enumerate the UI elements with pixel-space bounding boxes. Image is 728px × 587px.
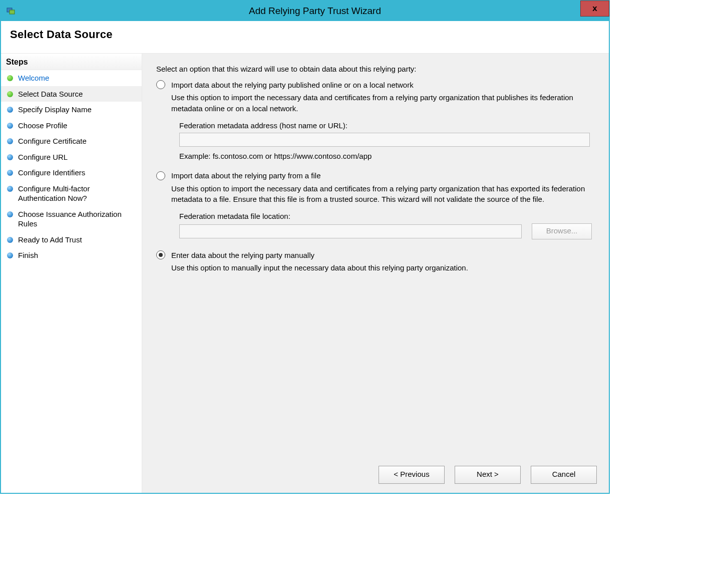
federation-address-example: Example: fs.contoso.com or https://www.c…: [179, 152, 595, 160]
step-choose-issuance-rules: Choose Issuance Authorization Rules: [1, 206, 142, 232]
wizard-window: Add Relying Party Trust Wizard x Select …: [0, 0, 610, 494]
step-specify-display-name: Specify Display Name: [1, 102, 142, 118]
step-configure-mfa: Configure Multi-factor Authentication No…: [1, 181, 142, 206]
steps-sidebar: Steps Welcome Select Data Source Specify…: [1, 54, 142, 493]
option-import-file: Import data about the relying party from…: [156, 171, 595, 240]
step-label: Configure URL: [18, 152, 68, 162]
page-header: Select Data Source: [1, 21, 609, 53]
step-label: Specify Display Name: [18, 105, 92, 115]
step-label: Finish: [18, 250, 38, 260]
radio-import-online[interactable]: [156, 80, 165, 89]
radio-import-file[interactable]: [156, 171, 165, 180]
radio-manual[interactable]: [156, 250, 165, 259]
main-pane: Select an option that this wizard will u…: [142, 54, 609, 493]
federation-file-label: Federation metadata file location:: [179, 212, 595, 220]
step-finish: Finish: [1, 247, 142, 263]
step-label: Configure Certificate: [18, 136, 87, 146]
option-title: Import data about the relying party from…: [171, 171, 320, 180]
option-desc: Use this option to import the necessary …: [171, 92, 595, 114]
step-configure-certificate: Configure Certificate: [1, 133, 142, 149]
step-bullet-icon: [7, 107, 13, 113]
window-title: Add Relying Party Trust Wizard: [21, 6, 609, 17]
step-choose-profile: Choose Profile: [1, 118, 142, 134]
step-bullet-icon: [7, 211, 13, 217]
step-bullet-icon: [7, 138, 13, 144]
option-desc: Use this option to manually input the ne…: [171, 262, 595, 273]
step-bullet-icon: [7, 237, 13, 243]
step-bullet-icon: [7, 91, 13, 97]
step-configure-url: Configure URL: [1, 149, 142, 165]
close-button[interactable]: x: [580, 1, 609, 17]
app-icon: [1, 6, 21, 16]
cancel-button[interactable]: Cancel: [531, 466, 597, 484]
step-bullet-icon: [7, 154, 13, 160]
step-select-data-source[interactable]: Select Data Source: [1, 86, 142, 102]
main-content: Select an option that this wizard will u…: [142, 54, 609, 459]
main-prompt: Select an option that this wizard will u…: [156, 65, 595, 73]
step-ready-to-add-trust: Ready to Add Trust: [1, 232, 142, 248]
footer-bar: < Previous Next > Cancel: [142, 459, 609, 493]
option-manual: Enter data about the relying party manua…: [156, 250, 595, 273]
option-title: Enter data about the relying party manua…: [171, 251, 314, 259]
federation-file-input[interactable]: [179, 224, 522, 238]
previous-button[interactable]: < Previous: [379, 466, 445, 484]
next-button[interactable]: Next >: [455, 466, 521, 484]
step-label: Select Data Source: [18, 89, 83, 99]
step-welcome[interactable]: Welcome: [1, 70, 142, 86]
option-title: Import data about the relying party publ…: [171, 81, 414, 89]
steps-header: Steps: [1, 56, 142, 70]
titlebar: Add Relying Party Trust Wizard x: [1, 1, 609, 21]
step-bullet-icon: [7, 123, 13, 129]
option-desc: Use this option to import the necessary …: [171, 183, 595, 205]
step-label: Ready to Add Trust: [18, 235, 82, 245]
step-label: Choose Issuance Authorization Rules: [18, 209, 137, 229]
step-bullet-icon: [7, 170, 13, 176]
federation-address-input[interactable]: [179, 133, 590, 147]
page-title: Select Data Source: [10, 28, 600, 41]
step-label: Configure Identifiers: [18, 168, 85, 178]
federation-address-label: Federation metadata address (host name o…: [179, 121, 595, 130]
option-import-online: Import data about the relying party publ…: [156, 80, 595, 160]
step-label: Configure Multi-factor Authentication No…: [18, 184, 137, 203]
browse-button[interactable]: Browse...: [532, 223, 592, 239]
step-bullet-icon: [7, 252, 13, 258]
svg-rect-1: [10, 10, 15, 14]
step-bullet-icon: [7, 186, 13, 192]
step-configure-identifiers: Configure Identifiers: [1, 165, 142, 181]
close-icon: x: [592, 4, 597, 14]
step-label: Welcome: [18, 73, 49, 83]
step-label: Choose Profile: [18, 121, 67, 131]
body-area: Steps Welcome Select Data Source Specify…: [1, 54, 609, 493]
step-bullet-icon: [7, 75, 13, 81]
